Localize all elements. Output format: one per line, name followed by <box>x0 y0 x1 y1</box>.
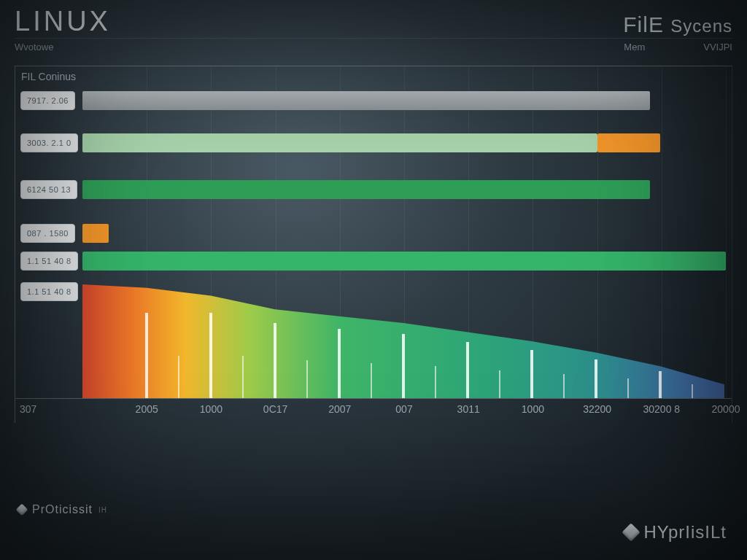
section-label: FIL Coninus <box>21 71 76 82</box>
x-tick: 2007 <box>328 403 351 415</box>
footer-left-small: IH <box>98 506 107 514</box>
footer-left-text: PrOticissit <box>32 503 93 516</box>
subbar-right: VVIJPI <box>703 42 732 52</box>
page-title-right: FilE Sycens <box>623 12 732 37</box>
bar-segment <box>82 252 726 271</box>
row-label: 6124 50 13 <box>20 180 77 199</box>
bar-segment <box>597 133 660 152</box>
title-right-b: Sycens <box>670 16 732 36</box>
x-tick: 1000 <box>522 403 544 415</box>
row-label: 3003. 2.1 0 <box>20 133 78 152</box>
row-label: 1.1 51 40 8 <box>20 252 78 271</box>
x-tick: 0C17 <box>263 403 287 415</box>
x-tick: 30200 8 <box>643 403 680 415</box>
diamond-icon <box>16 504 28 516</box>
footer-right-text: HYprIisILt <box>643 522 727 542</box>
title-right-a: FilE <box>623 12 664 36</box>
bar-segment <box>82 224 109 243</box>
sub-header-bar: Wvotowe Mem VVIJPI <box>15 38 732 52</box>
diamond-icon <box>622 523 640 541</box>
x-tick: 2005 <box>136 403 158 415</box>
page-title-left: LINUX <box>15 6 111 37</box>
subbar-left: Wvotowe <box>15 42 53 52</box>
bar-row: 3003. 2.1 0 <box>15 133 732 152</box>
area-tick <box>466 342 469 398</box>
chart-area: FIL Coninus 7917. 2.063003. 2.1 06124 50… <box>15 66 732 423</box>
x-tick: 32200 <box>583 403 611 415</box>
area-tick <box>595 359 597 398</box>
bar-row: 7917. 2.06 <box>15 91 732 110</box>
area-tick <box>145 313 148 398</box>
area-tick <box>659 371 662 398</box>
area-tick <box>338 329 341 398</box>
area-tick <box>209 313 212 398</box>
area-chart <box>82 284 724 398</box>
footer-right: HYprIisILt <box>624 522 727 542</box>
x-tick: 1000 <box>200 403 222 415</box>
footer-left: PrOticissit IH <box>18 503 107 516</box>
x-tick: 3011 <box>457 403 480 415</box>
row-label: 087 . 1580 <box>20 224 75 243</box>
area-tick <box>530 350 533 398</box>
x-tick: 007 <box>395 403 412 415</box>
x-axis: 307200510000C172007007301110003220030200… <box>15 398 732 423</box>
bar-row: 6124 50 13 <box>15 180 732 199</box>
bar-segment <box>82 180 650 199</box>
bar-row: 1.1 51 40 8 <box>15 252 732 271</box>
bar-row: 087 . 1580 <box>15 224 732 243</box>
x-tick: 20000 <box>712 403 740 415</box>
subbar-mid: Mem <box>624 42 645 52</box>
bar-segment <box>82 91 650 110</box>
area-tick <box>274 323 276 398</box>
bar-segment <box>82 133 597 152</box>
row-label: 1.1 51 40 8 <box>20 282 78 301</box>
row-label: 7917. 2.06 <box>20 91 75 110</box>
x-tick: 307 <box>20 403 36 415</box>
area-tick <box>402 334 405 398</box>
